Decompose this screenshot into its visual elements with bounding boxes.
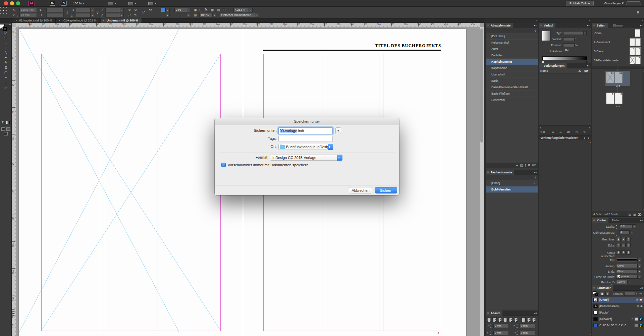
bridge-button[interactable]: Br — [50, 1, 55, 6]
page-thumbnail[interactable]: A — [635, 47, 641, 55]
view-options-dropdown[interactable]: ▾ — [108, 1, 116, 6]
end-dropdown[interactable]: ▾ — [638, 269, 641, 273]
expand-dialog-button[interactable]: ▼ — [335, 127, 341, 134]
cap-projecting-button[interactable]: ▯ — [626, 237, 631, 241]
paragraph-style-item[interactable]: Kolumnentitel — [486, 40, 538, 46]
object-frame-icon[interactable]: ▢ — [199, 8, 202, 12]
shear-angle-dropdown[interactable]: ▾ — [120, 13, 124, 17]
hand-tool[interactable]: ☞ — [0, 85, 12, 90]
miter-value[interactable]: 4 — [620, 230, 630, 234]
fill-color-dropdown[interactable]: ▸ — [166, 8, 170, 12]
paragraph-style-item[interactable]: Buchtitel — [486, 52, 538, 59]
swatch-row[interactable]: [Ohne]× — [592, 297, 644, 303]
stroke-swatch[interactable] — [3, 27, 7, 31]
object-style-caret[interactable]: ▾ — [255, 13, 259, 17]
farbfelder-panel-header[interactable]: Farbfelder ▾≡ — [592, 285, 644, 291]
gap-color-value[interactable]: [Ohne] — [616, 275, 638, 279]
end-value[interactable]: Ohne — [616, 269, 638, 273]
shear-angle-field[interactable] — [105, 13, 120, 17]
align-outside-button[interactable]: ┡ — [626, 250, 631, 255]
prev-link-icon[interactable]: ◂ — [584, 135, 585, 141]
page-tool[interactable]: ▭ — [0, 35, 12, 40]
join-bevel-button[interactable]: ⌈ — [626, 243, 631, 247]
relink-icon[interactable]: ∞ — [559, 130, 561, 134]
page-thumbnail[interactable] — [630, 56, 635, 64]
paragraph-style-item[interactable]: Kapitelname — [486, 65, 538, 71]
stroke-type-dropdown[interactable]: ▾ — [638, 258, 641, 262]
next-link-icon[interactable]: ▸ — [588, 135, 589, 141]
verlauf-tab[interactable]: Verlauf — [539, 23, 555, 28]
cap-round-button[interactable]: ◖ — [621, 237, 626, 241]
flip-both-icon[interactable]: ⚒ — [149, 8, 152, 12]
stroke-color-dropdown[interactable]: ▸ — [166, 13, 170, 17]
panel-menu-icon[interactable]: ▾≡ — [534, 24, 537, 27]
paragraph-style-item[interactable]: Basis-Fließtext — [486, 91, 538, 97]
view-scale-dropdown[interactable]: ▸ — [213, 13, 216, 17]
spread-page-thumbnail[interactable]: B — [614, 93, 623, 104]
seiten-tab[interactable]: Seiten — [592, 23, 608, 28]
flip-vertical-icon[interactable]: ⇅ — [134, 13, 137, 17]
formatting-affects-text-icon[interactable]: T — [2, 121, 4, 124]
spread-page-thumbnail[interactable]: B — [606, 93, 614, 104]
spread-page-thumbnail[interactable]: B1 — [606, 72, 614, 83]
page-thumbnail[interactable]: B — [635, 56, 641, 64]
links-horizontal-scrollbar[interactable]: ◂▸ — [539, 125, 591, 129]
x-field[interactable]: 310,5 mm — [19, 8, 37, 12]
minimize-window-button[interactable] — [10, 1, 14, 5]
indent-stepper[interactable] — [517, 331, 519, 335]
indent-field[interactable]: 0 mm — [493, 324, 509, 328]
preview-view-button[interactable] — [6, 127, 10, 131]
reverse-gradient-icon[interactable]: ⊟⇄ — [565, 49, 570, 52]
paragraph-style-item[interactable]: Seitenzahl — [486, 97, 538, 103]
link-scale-icon[interactable]: 8 — [97, 10, 99, 15]
character-style-item[interactable]: Bold-Versalien — [486, 186, 538, 193]
fit-content-icon[interactable]: ⊞ — [194, 13, 197, 17]
align-button[interactable] — [487, 317, 491, 322]
scale-x-field[interactable] — [76, 8, 91, 12]
page-thumbnail[interactable] — [630, 38, 635, 46]
screen-mode-dropdown[interactable]: ▾ — [128, 1, 136, 6]
height-field[interactable] — [46, 13, 64, 17]
scale-y-field[interactable] — [76, 13, 91, 17]
close-tab-icon[interactable]: × — [58, 19, 60, 22]
master-page-item[interactable]: [Ohne] — [592, 29, 644, 38]
reference-point-selector[interactable] — [0, 7, 7, 14]
spread-page-thumbnail[interactable]: B1 — [614, 72, 623, 83]
filename-input[interactable]: 00-vorlage.indt — [278, 127, 333, 134]
swatch-row[interactable]: [Schwarz]× — [592, 316, 644, 322]
farbe-tab[interactable]: Farbe — [609, 218, 622, 223]
gap-tint-value[interactable]: 100 % — [616, 280, 628, 284]
swap-fill-stroke-icon[interactable]: ⇄ — [9, 23, 11, 26]
view-scale-field[interactable]: 100 % — [199, 13, 213, 17]
line-tool[interactable]: ╲ — [0, 50, 12, 55]
horizontal-ruler[interactable]: 1001101201301401501601701801902002102202… — [16, 23, 480, 27]
close-window-button[interactable] — [4, 1, 8, 5]
paragraph-style-item[interactable]: Basis — [486, 78, 538, 84]
panel-menu-icon[interactable]: ▾≡ — [587, 64, 590, 67]
vertical-ruler[interactable]: 020406080100120140160180200220 — [12, 27, 16, 336]
tint-field[interactable] — [624, 292, 635, 296]
save-button[interactable]: Sichern — [375, 187, 397, 193]
paragraph-style-item[interactable]: Überschrift — [486, 71, 538, 78]
pages-scrollbar[interactable]: ▴ ▾ — [642, 70, 644, 211]
stroke-weight-stepper[interactable] — [616, 224, 619, 229]
align-button[interactable] — [514, 317, 518, 322]
panel-menu-icon[interactable]: ▾≡ — [534, 171, 537, 174]
stroke-weight-value[interactable]: 0 Pt — [620, 224, 632, 228]
page-thumbnail[interactable]: A — [630, 47, 635, 55]
scroll-up-icon[interactable]: ▴ — [590, 141, 591, 143]
new-style-icon[interactable]: ⊞ — [528, 164, 531, 167]
absatzformate-panel-header[interactable]: Absatzformate ▾≡ — [486, 23, 538, 28]
arrange-documents-dropdown[interactable]: ▾ — [148, 1, 156, 6]
scale-x-dropdown[interactable]: ▾ — [91, 8, 94, 12]
go-to-link-icon[interactable]: ⇄ — [567, 130, 570, 134]
collapse-panels-icon[interactable]: » — [486, 18, 538, 22]
rectangle-frame-tool[interactable]: ⊠ — [0, 65, 12, 70]
gap-tool[interactable]: ↔ — [0, 40, 12, 45]
master-page-item[interactable]: B-BasisAA — [592, 47, 644, 56]
indent-stepper[interactable] — [490, 331, 493, 335]
pen-tool[interactable]: ✒ — [0, 55, 12, 60]
farbfelder-tab[interactable]: Farbfelder — [592, 285, 613, 291]
document-tab[interactable]: ×*02-kapitel.indd @ 202 % — [56, 18, 100, 23]
folder-icon[interactable]: ▤ — [520, 164, 523, 167]
